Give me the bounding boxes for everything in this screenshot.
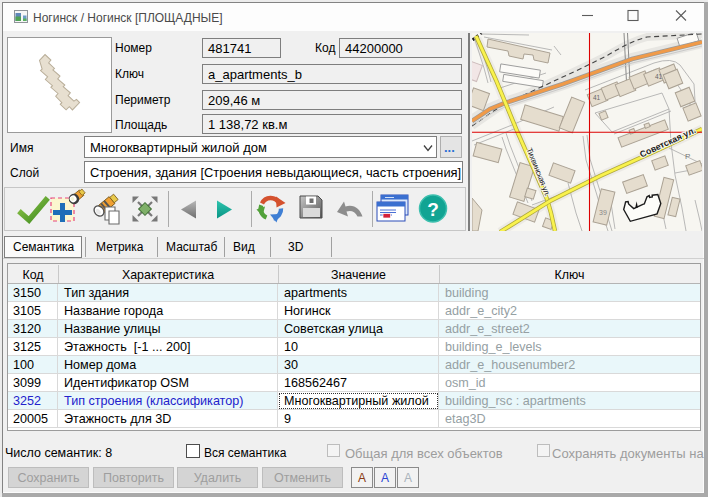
svg-text:?: ?: [427, 199, 439, 220]
svg-text:41: 41: [593, 94, 601, 101]
svg-text:39: 39: [599, 209, 607, 216]
svg-text:41: 41: [655, 73, 663, 80]
svg-text:Р: Р: [685, 152, 690, 161]
